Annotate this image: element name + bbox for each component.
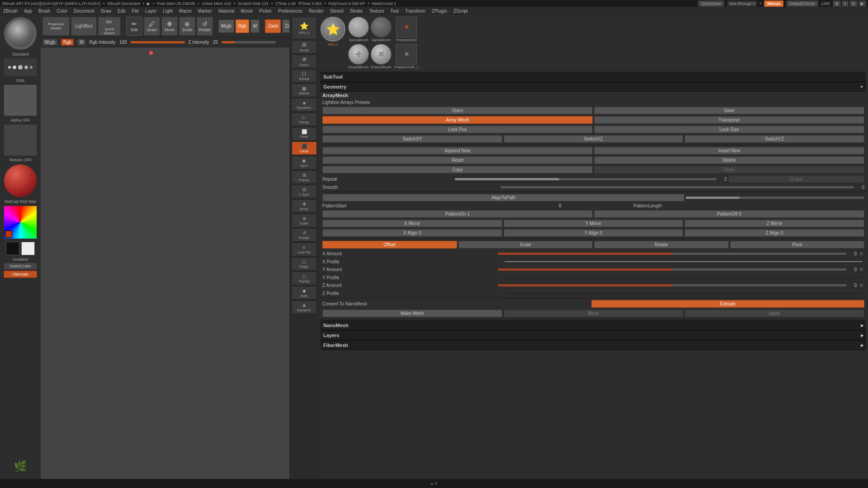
menu-zscript[interactable]: ZScript	[452, 9, 469, 14]
menu-transform[interactable]: Transform	[404, 9, 427, 14]
extrude-btn[interactable]: Extrude	[591, 300, 864, 308]
edit-btn[interactable]: ✏ Edit	[126, 17, 142, 36]
lock-pos-btn[interactable]: Lock Pos	[322, 126, 593, 133]
y-amount-slider[interactable]	[498, 268, 846, 271]
rotate-btn[interactable]: ↺ Rotate	[197, 17, 213, 36]
ri-solo[interactable]: ◆Solo	[292, 286, 317, 300]
apply-btn[interactable]: Apply	[684, 310, 864, 317]
icon-btn-1[interactable]: ⊞	[833, 0, 841, 7]
pattern-on-btn[interactable]: PatternOn 1	[322, 210, 593, 218]
pattern-off-btn[interactable]: PatternOff 0	[594, 210, 864, 218]
drape-btn[interactable]: Drape	[728, 175, 865, 183]
nanomesh-header[interactable]: NanoMesh ▶	[321, 320, 866, 330]
menu-document[interactable]: Document	[72, 9, 96, 14]
m-indicator[interactable]: M	[77, 39, 85, 46]
y-amount-edit[interactable]: +	[858, 266, 864, 273]
array-mesh-btn[interactable]: Array Mesh	[322, 116, 593, 124]
ri-dynamic[interactable]: ◈Dynamic	[292, 98, 317, 112]
ri-rotate[interactable]: ↺Rotate	[292, 228, 317, 242]
ri-move[interactable]: ✥Move	[292, 199, 317, 213]
insert-new-btn[interactable]: Insert New	[594, 147, 864, 155]
simple-brush-btn[interactable]: ✚	[348, 44, 369, 65]
projection-master-btn[interactable]: Projection Master	[42, 17, 70, 36]
material-preview[interactable]	[4, 164, 37, 197]
reset-btn[interactable]: Reset	[322, 156, 593, 164]
menu-draw[interactable]: Draw	[99, 9, 113, 14]
rotate2-btn[interactable]: Rotate	[594, 241, 729, 249]
menu-layer[interactable]: Layer	[144, 9, 158, 14]
x-mirror-btn[interactable]: X Mirror	[322, 220, 502, 227]
y-profile-display[interactable]	[504, 275, 864, 280]
menu-stencil[interactable]: Stencil	[329, 9, 345, 14]
pivot-btn[interactable]: Pivot	[730, 241, 865, 249]
standard-brush-preview[interactable]	[4, 17, 37, 50]
x-amount-slider[interactable]	[498, 253, 846, 255]
ri-dynamic2[interactable]: ◈Dynamic	[292, 300, 317, 314]
align-path-btn[interactable]: AlignToPath	[322, 194, 684, 202]
default-script[interactable]: DefaultZScript	[786, 0, 818, 7]
menu-edit[interactable]: Edit	[116, 9, 127, 14]
ri-polyf[interactable]: ⬡PolyF	[292, 257, 317, 271]
layers-header[interactable]: Layers ▶	[321, 330, 866, 340]
ri-local[interactable]: ⬛Local	[292, 141, 317, 155]
menu-macro[interactable]: Macro	[178, 9, 193, 14]
alpha-brush-btn[interactable]	[371, 17, 392, 38]
menu-render[interactable]: Render	[307, 9, 325, 14]
switch-xy-btn[interactable]: SwitchXY	[322, 135, 502, 143]
open-btn[interactable]: Open	[322, 107, 593, 114]
menu-light[interactable]: Light	[161, 9, 174, 14]
ri-persp[interactable]: ▷Persp	[292, 113, 317, 126]
ri-linefill[interactable]: ≡Line Fill	[292, 243, 317, 256]
canvas-area[interactable]	[41, 47, 289, 479]
append-new-btn[interactable]: Append New	[322, 147, 593, 155]
menu-tool[interactable]: Tool	[389, 9, 400, 14]
menu-zplugin[interactable]: ZPlugin	[430, 9, 448, 14]
menus-btn[interactable]: Menus	[764, 0, 783, 7]
menu-stroke[interactable]: Stroke	[349, 9, 364, 14]
ri-floor[interactable]: ⬜Floor	[292, 127, 317, 141]
menu-marker[interactable]: Marker	[197, 9, 213, 14]
menu-material[interactable]: Material	[217, 9, 236, 14]
move-btn[interactable]: ✥ Move	[161, 17, 178, 36]
scale-btn[interactable]: ⊕ Scale	[179, 17, 195, 36]
switch-color-btn[interactable]: SwitchColor	[4, 263, 37, 270]
save-btn[interactable]: Save	[594, 107, 864, 114]
y-mirror-btn[interactable]: Y Mirror	[504, 220, 684, 227]
menu-zbrush[interactable]: ZBrush	[2, 9, 19, 14]
ri-spix[interactable]: ⭐ SPix 3	[292, 17, 317, 39]
polym3d1-btn[interactable]: ✶	[396, 44, 417, 65]
menu-texture[interactable]: Texture	[368, 9, 386, 14]
ri-scroll[interactable]: ⊞Scroll	[292, 40, 317, 54]
switch-yz-btn[interactable]: SwitchYZ	[684, 135, 864, 143]
move3-btn[interactable]: Move	[504, 310, 684, 317]
draw-btn[interactable]: 🖊 Draw	[144, 17, 160, 36]
mrgb-status[interactable]: Mrgb	[42, 39, 57, 46]
make-mesh-btn[interactable]: Make Mesh	[322, 310, 502, 317]
z-profile-display[interactable]	[504, 291, 864, 296]
lightbox-btn[interactable]: LightBox	[71, 17, 97, 36]
alpha-preview[interactable]	[4, 84, 37, 116]
main-brush-circle[interactable]: ⭐	[321, 17, 345, 42]
ri-gyro[interactable]: ◉Gyro	[292, 156, 317, 169]
menu-color[interactable]: Color	[55, 9, 69, 14]
x-amount-edit[interactable]: +	[858, 250, 864, 257]
ri-scale2[interactable]: ⊗Scale	[292, 214, 317, 227]
menu-file[interactable]: File	[130, 9, 140, 14]
menu-movie[interactable]: Movie	[240, 9, 255, 14]
repeat-slider[interactable]	[455, 178, 717, 180]
polym3d-btn[interactable]: ✶	[396, 17, 417, 38]
ri-zoom[interactable]: ⊕Zoom	[292, 55, 317, 68]
menu-picker[interactable]: Picker	[258, 9, 273, 14]
scale2-btn[interactable]: Scale	[458, 241, 593, 249]
alternate-btn[interactable]: Alternate	[4, 271, 37, 278]
menu-preferences[interactable]: Preferences	[277, 9, 304, 14]
paste-btn[interactable]: Paste	[594, 166, 864, 174]
zadd-btn[interactable]: Zadd	[265, 19, 281, 33]
switch-xz-btn[interactable]: SwitchXZ	[504, 135, 684, 143]
ri-lsym[interactable]: ⊟L.Sym	[292, 185, 317, 198]
offset-btn[interactable]: Offset	[322, 241, 457, 249]
z-intensity-slider[interactable]	[222, 41, 276, 43]
smooth-slider[interactable]	[500, 186, 854, 188]
quick-sketch-btn[interactable]: ✏ Quick Sketch	[98, 17, 121, 36]
mrgb-btn[interactable]: Mrgb	[218, 19, 234, 33]
